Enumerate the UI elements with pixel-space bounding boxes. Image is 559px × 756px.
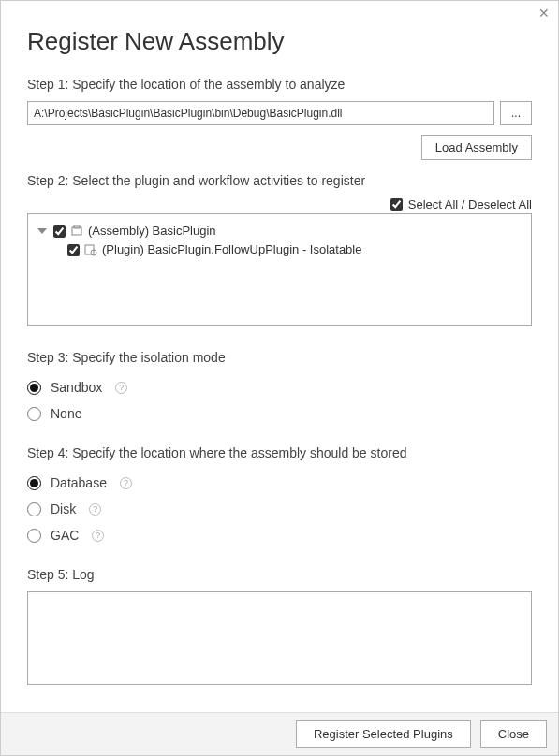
- location-database-row[interactable]: Database ?: [27, 470, 532, 496]
- isolation-none-row[interactable]: None: [27, 400, 532, 427]
- help-icon[interactable]: ?: [92, 530, 104, 542]
- step5-label: Step 5: Log: [27, 567, 532, 582]
- close-icon[interactable]: ✕: [538, 6, 550, 21]
- help-icon[interactable]: ?: [120, 477, 132, 489]
- isolation-sandbox-radio[interactable]: [27, 381, 41, 395]
- location-disk-radio[interactable]: [27, 502, 41, 516]
- tree-assembly-row[interactable]: (Assembly) BasicPlugin: [34, 222, 525, 240]
- page-title: Register New Assembly: [27, 27, 532, 56]
- location-database-label: Database: [51, 475, 107, 490]
- location-gac-label: GAC: [51, 528, 79, 543]
- step2-label: Step 2: Select the plugin and workflow a…: [27, 173, 532, 188]
- isolation-sandbox-label: Sandbox: [51, 380, 102, 395]
- location-disk-label: Disk: [51, 502, 76, 516]
- help-icon[interactable]: ?: [115, 382, 127, 394]
- select-all-label: Select All / Deselect All: [408, 197, 532, 211]
- assembly-label: (Assembly) BasicPlugin: [88, 222, 216, 240]
- plugin-tree: (Assembly) BasicPlugin (Plugin) BasicPlu…: [27, 213, 532, 326]
- step4-label: Step 4: Specify the location where the a…: [27, 445, 532, 460]
- isolation-none-radio[interactable]: [27, 407, 41, 421]
- log-output: [27, 591, 532, 685]
- dialog-footer: Register Selected Plugins Close: [1, 712, 558, 755]
- step1-label: Step 1: Specify the location of the asse…: [27, 77, 532, 92]
- step3-label: Step 3: Specify the isolation mode: [27, 350, 532, 365]
- load-assembly-button[interactable]: Load Assembly: [421, 135, 532, 160]
- plugin-checkbox[interactable]: [67, 244, 80, 256]
- location-disk-row[interactable]: Disk ?: [27, 496, 532, 522]
- isolation-sandbox-row[interactable]: Sandbox ?: [27, 374, 532, 400]
- plugin-icon: [84, 243, 97, 256]
- assembly-checkbox[interactable]: [53, 225, 66, 238]
- plugin-label: (Plugin) BasicPlugin.FollowUpPlugin - Is…: [102, 240, 361, 259]
- close-button[interactable]: Close: [480, 720, 547, 748]
- help-icon[interactable]: ?: [89, 503, 101, 516]
- tree-plugin-row[interactable]: (Plugin) BasicPlugin.FollowUpPlugin - Is…: [34, 240, 525, 259]
- browse-button[interactable]: ...: [500, 101, 532, 125]
- assembly-icon: [70, 225, 83, 238]
- isolation-none-label: None: [51, 406, 81, 421]
- expander-icon[interactable]: [37, 228, 47, 234]
- select-all-checkbox[interactable]: [390, 198, 403, 211]
- assembly-path-input[interactable]: [27, 101, 494, 125]
- location-database-radio[interactable]: [27, 476, 41, 490]
- location-gac-radio[interactable]: [27, 529, 41, 543]
- register-button[interactable]: Register Selected Plugins: [296, 720, 471, 748]
- location-gac-row[interactable]: GAC ?: [27, 522, 532, 548]
